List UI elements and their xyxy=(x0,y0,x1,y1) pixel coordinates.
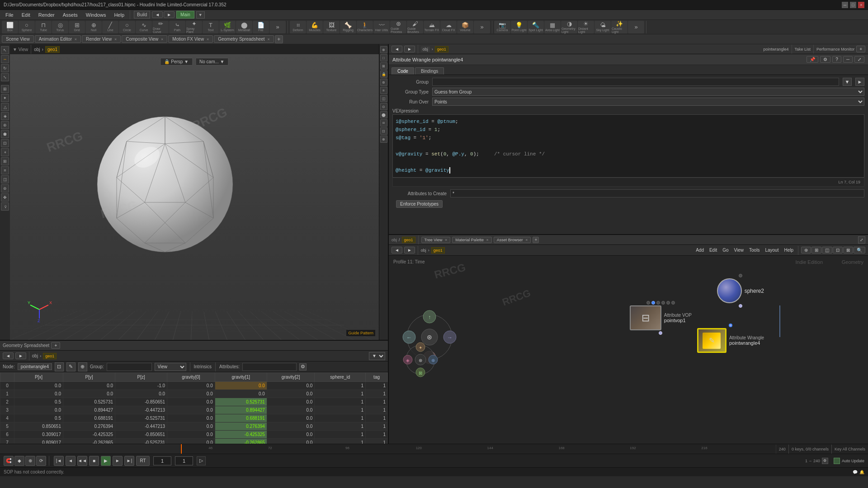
cell-4-3[interactable]: -0.525731 xyxy=(115,414,167,422)
ne-tool-5[interactable]: ⊠ xyxy=(843,247,853,253)
vp-tool-2[interactable]: ⊞ xyxy=(1,85,9,93)
pb-to-end[interactable]: ►| xyxy=(124,456,134,466)
vp-right-tool-2[interactable]: □ xyxy=(380,54,387,61)
cell-5-5[interactable]: 0.276394 xyxy=(215,422,267,431)
group-type-select[interactable]: Guess from Group Points Primitives xyxy=(432,88,864,96)
cell-4-2[interactable]: 0.688191 xyxy=(63,414,115,422)
cell-2-2[interactable]: 0.525731 xyxy=(63,398,115,406)
ss-node-icon3[interactable]: ⊕ xyxy=(78,362,87,371)
cell-1-6[interactable]: 0.0 xyxy=(267,390,315,398)
tab-close-motion[interactable]: × xyxy=(207,37,209,42)
cell-3-6[interactable]: 0.0 xyxy=(267,406,315,414)
tool-line[interactable]: ╱Line xyxy=(102,21,118,33)
cell-2-6[interactable]: 0.0 xyxy=(267,398,315,406)
pb-realtime[interactable]: RT xyxy=(136,456,150,466)
tool-characters[interactable]: 🚶Characters xyxy=(357,21,373,33)
tool-spray-paint[interactable]: ✦Spray Paint xyxy=(186,21,202,33)
cell-3-3[interactable]: -0.447213 xyxy=(115,406,167,414)
cell-5-6[interactable]: 0.0 xyxy=(267,422,315,431)
cell-5-0[interactable]: 5 xyxy=(0,422,14,431)
vp-right-tool-5[interactable]: ⊛ xyxy=(380,79,387,86)
cell-0-5[interactable]: 0.0 xyxy=(215,382,267,390)
cell-2-0[interactable]: 2 xyxy=(0,398,14,406)
attr-help-btn[interactable]: ? xyxy=(832,56,841,63)
ne-menu-help[interactable]: Help xyxy=(782,247,795,253)
vp-tool-13[interactable]: ⊚ xyxy=(1,184,9,192)
tool-camera[interactable]: 📷Camera xyxy=(494,21,510,33)
ne-menu-tools[interactable]: Tools xyxy=(747,247,761,253)
vp-right-tool-6[interactable]: ≡ xyxy=(380,87,387,94)
cell-1-5[interactable]: 0.0 xyxy=(215,390,267,398)
col-pz[interactable]: P[z] xyxy=(115,373,167,382)
close-asset-browser[interactable]: × xyxy=(525,238,528,242)
ss-group-input[interactable] xyxy=(107,363,152,371)
cell-7-8[interactable]: 1 xyxy=(366,439,388,444)
col-tag[interactable]: tag xyxy=(366,373,388,382)
ne-back[interactable]: ◄ xyxy=(392,247,402,253)
cell-4-4[interactable]: 0.0 xyxy=(167,414,215,422)
enforce-prototypes-btn[interactable]: Enforce Prototypes xyxy=(396,200,443,208)
cell-0-0[interactable]: 0 xyxy=(0,382,14,390)
cell-6-5[interactable]: -0.425325 xyxy=(215,431,267,439)
toolbar-lights-more[interactable]: » xyxy=(628,21,644,33)
cell-7-1[interactable]: 0.809017 xyxy=(14,439,63,444)
menu-edit[interactable]: Edit xyxy=(18,11,34,19)
ss-fwd[interactable]: ► xyxy=(15,352,26,359)
rp-obj-label[interactable]: obj xyxy=(421,47,430,52)
vp-tool-8[interactable]: ⊡ xyxy=(1,139,9,147)
menu-render[interactable]: Render xyxy=(35,11,58,19)
table-row[interactable]: 40.50.688191-0.5257310.00.6881910.011 xyxy=(0,414,388,422)
tool-spot-light[interactable]: 🔦Spot Light xyxy=(528,21,544,33)
persp-dropdown[interactable]: 🔒 Persp ▼ xyxy=(160,58,193,66)
col-grav0[interactable]: gravity[0] xyxy=(167,373,215,382)
cell-3-7[interactable]: 1 xyxy=(315,406,366,414)
vop-dot-6[interactable] xyxy=(671,301,675,305)
cell-7-6[interactable]: 0.0 xyxy=(267,439,315,444)
nav-obj[interactable]: obj xyxy=(34,47,40,52)
rp-back[interactable]: ◄ xyxy=(392,46,402,52)
node-canvas[interactable]: RRCG RRCG Profile 11: Time Indie Edition… xyxy=(389,256,868,444)
cell-6-4[interactable]: 0.0 xyxy=(167,431,215,439)
minimize-button[interactable]: ─ xyxy=(842,2,848,8)
close-button[interactable]: × xyxy=(858,2,864,8)
node-pointvop1[interactable]: ⊟ Attribute VOP pointvop1 xyxy=(630,301,692,335)
vp-tool-12[interactable]: ◫ xyxy=(1,175,9,183)
tool-hair-utils[interactable]: 〰Hair Utils xyxy=(373,21,390,33)
cell-3-2[interactable]: 0.894427 xyxy=(63,406,115,414)
tool-volume[interactable]: 📦Volume xyxy=(457,21,473,33)
tool-deform[interactable]: ⌗Deform xyxy=(290,21,306,33)
cell-1-2[interactable]: 0.0 xyxy=(63,390,115,398)
vp-right-tool-11[interactable]: ⊡ xyxy=(380,127,387,135)
vp-tool-14[interactable]: ✤ xyxy=(1,193,9,202)
pb-anim-btn[interactable]: ⊕ xyxy=(25,456,35,466)
cell-4-5[interactable]: 0.688191 xyxy=(215,414,267,422)
ne-search[interactable]: 🔍 xyxy=(854,247,865,253)
group-dropdown-btn[interactable]: ▼ xyxy=(843,78,852,86)
cell-1-3[interactable]: 0.0 xyxy=(115,390,167,398)
ne-tool-4[interactable]: ⊡ xyxy=(833,247,843,253)
vp-right-tool-7[interactable]: ◫ xyxy=(380,95,387,102)
ne-nav-obj[interactable]: obj xyxy=(421,248,426,253)
vp-tool-scale[interactable]: ⤡ xyxy=(1,73,9,81)
vop-dot-1[interactable] xyxy=(646,301,650,305)
bell-icon[interactable]: 🔔 xyxy=(859,470,864,474)
cell-6-0[interactable]: 6 xyxy=(0,431,14,439)
tool-curve[interactable]: ∿Curve xyxy=(136,21,152,33)
tool-caustic-light[interactable]: ✨Caustic Light xyxy=(611,21,627,33)
sphere2-output-dot[interactable] xyxy=(739,304,742,308)
vp-tool-11[interactable]: ≡ xyxy=(1,166,9,174)
vp-tool-move[interactable]: ↔ xyxy=(1,55,9,63)
cell-1-0[interactable]: 1 xyxy=(0,390,14,398)
ne-tool-2[interactable]: ⊞ xyxy=(811,247,821,253)
add-node-tab[interactable]: + xyxy=(533,237,539,243)
table-row[interactable]: 50.8506510.276394-0.4472130.00.2763940.0… xyxy=(0,422,388,431)
cell-0-7[interactable]: 1 xyxy=(315,382,366,390)
pb-to-start[interactable]: |◄ xyxy=(54,456,64,466)
back-btn[interactable]: ◄ xyxy=(152,11,163,18)
add-tab-button[interactable]: + xyxy=(275,35,283,43)
cell-6-7[interactable]: 1 xyxy=(315,431,366,439)
group-arrow-btn[interactable]: ► xyxy=(855,78,864,86)
attr-collapse-btn[interactable]: ─ xyxy=(843,56,853,63)
tool-cloud-fx[interactable]: ☁Cloud FX xyxy=(440,21,457,33)
cell-0-8[interactable]: 1 xyxy=(366,382,388,390)
